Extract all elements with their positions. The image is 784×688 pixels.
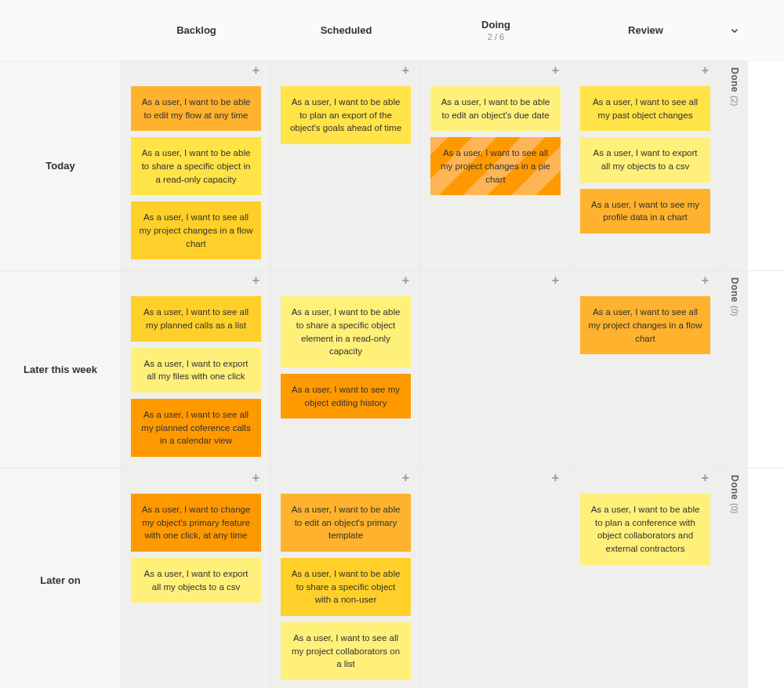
card[interactable]: As a user, I want to see all my past obj… <box>580 86 710 131</box>
card[interactable]: As a user, I want to see all my planned … <box>131 296 261 341</box>
card[interactable]: As a user, I want to be able to edit my … <box>131 86 261 131</box>
column-title: Backlog <box>126 24 267 36</box>
card[interactable]: As a user, I want to export all my files… <box>131 348 261 393</box>
cell-today-review: + As a user, I want to see all my past o… <box>571 61 720 270</box>
cell-laterweek-review: + As a user, I want to see all my projec… <box>571 271 720 468</box>
plus-icon: + <box>252 471 260 485</box>
add-card-button[interactable]: + <box>281 469 411 487</box>
add-card-button[interactable]: + <box>281 271 411 290</box>
add-card-button[interactable]: + <box>430 271 561 290</box>
cell-laterweek-scheduled: + As a user, I want to be able to share … <box>271 271 421 468</box>
card[interactable]: As a user, I want to see my object editi… <box>281 374 411 418</box>
column-header-backlog[interactable]: Backlog <box>122 24 271 36</box>
plus-icon: + <box>252 273 260 288</box>
done-collapsed-lateron[interactable]: Done (0) <box>720 469 748 688</box>
swimlane-label: Today <box>0 61 122 270</box>
cell-today-scheduled: + As a user, I want to be able to plan a… <box>271 61 421 270</box>
card[interactable]: As a user, I want to see all my project … <box>430 137 561 195</box>
done-count: (2) <box>730 96 739 106</box>
done-count: (0) <box>730 503 739 513</box>
card[interactable]: As a user, I want to export all my objec… <box>131 558 261 603</box>
column-header-row: Backlog Scheduled Doing 2 / 6 Review <box>0 0 784 61</box>
add-card-button[interactable]: + <box>430 61 561 80</box>
done-count: (0) <box>730 306 739 316</box>
card[interactable]: As a user, I want to be able to share a … <box>281 296 411 368</box>
card[interactable]: As a user, I want to see all my planned … <box>131 399 261 457</box>
plus-icon: + <box>552 273 559 288</box>
plus-icon: + <box>402 273 409 288</box>
column-header-scheduled[interactable]: Scheduled <box>271 24 421 36</box>
cell-laterweek-doing: + <box>421 271 571 468</box>
kanban-board: Backlog Scheduled Doing 2 / 6 Review Tod… <box>0 0 784 688</box>
add-card-button[interactable]: + <box>430 469 561 487</box>
column-title: Doing <box>426 19 566 31</box>
cell-lateron-scheduled: + As a user, I want to be able to edit a… <box>271 469 421 688</box>
plus-icon: + <box>552 63 559 78</box>
card[interactable]: As a user, I want to see all my project … <box>131 201 261 259</box>
plus-icon: + <box>702 63 709 78</box>
cell-lateron-review: + As a user, I want to be able to plan a… <box>571 469 720 688</box>
add-card-button[interactable]: + <box>580 469 710 487</box>
card[interactable]: As a user, I want to export all my objec… <box>580 137 710 182</box>
card[interactable]: As a user, I want to see all my project … <box>281 622 411 680</box>
swimlane-label: Later on <box>0 469 122 688</box>
card[interactable]: As a user, I want to be able to share a … <box>131 137 261 195</box>
card[interactable]: As a user, I want to be able to plan an … <box>281 86 411 144</box>
card[interactable]: As a user, I want to be able to share a … <box>281 558 411 616</box>
card[interactable]: As a user, I want to see all my project … <box>580 296 710 354</box>
add-card-button[interactable]: + <box>580 61 710 80</box>
card[interactable]: As a user, I want to change my object's … <box>131 494 261 552</box>
add-card-button[interactable]: + <box>580 271 710 290</box>
card[interactable]: As a user, I want to be able to plan a c… <box>580 494 710 565</box>
add-card-button[interactable]: + <box>131 271 261 290</box>
cell-today-backlog: + As a user, I want to be able to edit m… <box>122 61 271 270</box>
expand-done-toggle[interactable] <box>720 26 748 35</box>
done-label: Done <box>729 67 740 92</box>
column-title: Scheduled <box>276 24 416 36</box>
add-card-button[interactable]: + <box>131 61 261 80</box>
plus-icon: + <box>702 471 709 485</box>
column-header-review[interactable]: Review <box>571 24 720 36</box>
plus-icon: + <box>402 471 409 485</box>
card[interactable]: As a user, I want to be able to edit an … <box>281 494 411 552</box>
add-card-button[interactable]: + <box>281 61 411 80</box>
plus-icon: + <box>552 471 559 485</box>
column-header-doing[interactable]: Doing 2 / 6 <box>421 19 571 42</box>
done-label: Done <box>729 475 740 500</box>
swimlane-label: Later this week <box>0 271 122 468</box>
swimlane-later-this-week: Later this week + As a user, I want to s… <box>0 271 784 469</box>
cell-lateron-doing: + <box>421 469 571 688</box>
cell-lateron-backlog: + As a user, I want to change my object'… <box>122 469 271 688</box>
column-title: Review <box>575 24 716 36</box>
plus-icon: + <box>702 273 709 288</box>
done-collapsed-laterweek[interactable]: Done (0) <box>720 271 748 468</box>
cell-laterweek-backlog: + As a user, I want to see all my planne… <box>122 271 271 468</box>
plus-icon: + <box>402 63 409 78</box>
cell-today-doing: + As a user, I want to be able to edit a… <box>421 61 571 270</box>
plus-icon: + <box>252 63 260 78</box>
done-label: Done <box>729 277 740 302</box>
add-card-button[interactable]: + <box>131 469 261 487</box>
column-subtitle: 2 / 6 <box>426 32 566 42</box>
swimlane-later-on: Later on + As a user, I want to change m… <box>0 469 784 688</box>
card[interactable]: As a user, I want to be able to edit an … <box>430 86 561 131</box>
swimlane-today: Today + As a user, I want to be able to … <box>0 61 784 271</box>
chevron-down-icon <box>730 26 739 35</box>
done-collapsed-today[interactable]: Done (2) <box>720 61 748 270</box>
card[interactable]: As a user, I want to see my profile data… <box>580 189 710 234</box>
